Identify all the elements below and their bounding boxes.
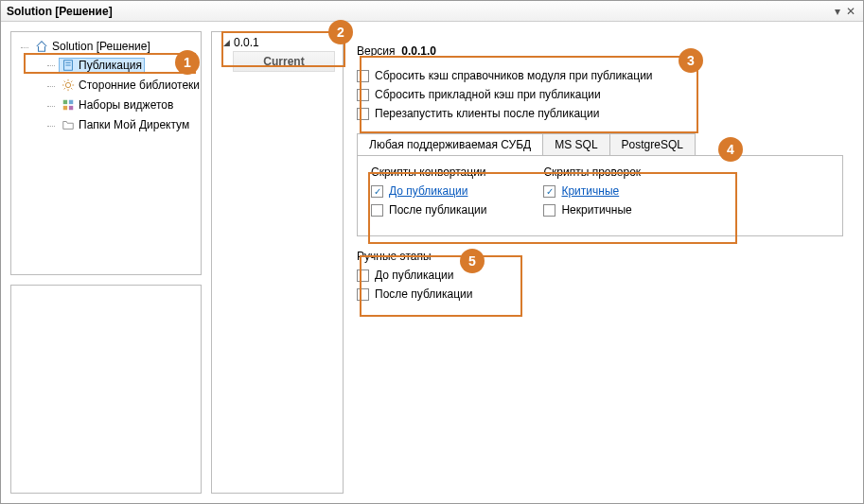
manual-title: Ручные этапы [357,250,846,263]
solution-tree[interactable]: Solution [Решение] Публикация [15,38,197,138]
tree-item-label: Сторонние библиотеки [79,78,200,92]
page-icon [62,59,75,72]
checkbox-row[interactable]: После публикации [371,203,486,217]
version-current-label: Current [263,55,304,68]
db-tabs: Любая поддерживаемая СУБД MS SQL Postgre… [357,133,846,155]
tab-any-db[interactable]: Любая поддерживаемая СУБД [357,133,543,155]
widgets-icon [62,98,75,112]
checkbox[interactable] [357,70,369,82]
version-label: Версия [357,44,396,58]
details-panel: Версия 0.0.1.0 Сбросить кэш справочников… [353,31,854,494]
check-scripts-col: Скрипты проверок Критичные Некритичные [543,165,641,222]
tree-item-publication[interactable]: Публикация [45,56,197,77]
home-icon [35,40,48,53]
checks-title: Скрипты проверок [543,165,641,179]
checkbox[interactable] [371,185,383,198]
convert-title: Скрипты конвертации [371,165,486,179]
checkbox-row[interactable]: Сбросить кэш справочников модуля при пуб… [357,69,846,82]
checkbox[interactable] [357,108,369,120]
checkbox-row[interactable]: Критичные [543,184,641,198]
caret-down-icon: ◢ [223,38,230,47]
checkbox[interactable] [543,204,555,217]
checkbox[interactable] [357,288,369,301]
callout-2: 2 [328,20,353,44]
checkbox-label: После публикации [375,287,472,301]
checkbox-label: После публикации [389,203,486,217]
tab-postgresql[interactable]: PostgreSQL [609,133,696,155]
callout-1: 1 [175,50,200,75]
svg-rect-7 [69,106,73,110]
version-title: Версия 0.0.1.0 [357,44,846,58]
tree-item-label: Папки Мой Директум [79,118,189,131]
checkbox-label: Перезапустить клиенты после публикации [375,107,599,120]
window-title: Solution [Решение] [7,5,113,18]
tree-panel: Solution [Решение] Публикация [10,31,202,275]
checkbox-label: До публикации [375,269,453,282]
script-link[interactable]: Критичные [561,184,619,198]
svg-point-3 [65,82,70,87]
tree-root[interactable]: Solution [Решение] Публикация [19,38,197,138]
tree-item-libraries[interactable]: Сторонние библиотеки [45,77,197,96]
checkbox[interactable] [357,269,369,282]
checkbox-row[interactable]: Сбросить прикладной кэш при публикации [357,88,846,101]
convert-scripts-col: Скрипты конвертации До публикации После … [371,165,486,222]
checkbox[interactable] [371,204,383,217]
tree-item-label: Публикация [79,59,142,72]
version-root[interactable]: ◢ 0.0.1 [214,36,341,49]
version-current[interactable]: Current [233,51,335,72]
svg-rect-6 [63,106,67,110]
checkbox-row[interactable]: До публикации [371,184,486,198]
empty-panel [10,285,202,494]
tree-item-folders[interactable]: Папки Мой Директум [45,116,197,136]
callout-3: 3 [679,48,703,73]
titlebar: Solution [Решение] ▾ ✕ [1,1,863,22]
checkbox-label: Сбросить кэш справочников модуля при пуб… [375,69,653,82]
checkbox-row[interactable]: После публикации [357,287,846,301]
tree-root-label: Solution [Решение] [52,40,150,53]
checkbox-row[interactable]: Некритичные [543,203,641,217]
svg-rect-5 [69,100,73,104]
window-close-icon[interactable]: ✕ [844,5,857,18]
svg-rect-4 [63,100,67,104]
callout-5: 5 [460,249,485,273]
tab-label: PostgreSQL [622,138,683,151]
folder-icon [62,118,75,131]
tab-mssql[interactable]: MS SQL [542,133,609,155]
checkbox-label: Некритичные [561,203,631,217]
tab-body: Скрипты конвертации До публикации После … [357,155,843,236]
checkbox[interactable] [543,185,555,198]
version-list-panel: ◢ 0.0.1 Current [211,31,344,494]
window-dropdown-icon[interactable]: ▾ [831,5,844,18]
callout-4: 4 [718,137,743,162]
version-root-label: 0.0.1 [234,36,259,49]
script-link[interactable]: До публикации [389,184,467,198]
checkbox-label: Сбросить прикладной кэш при публикации [375,88,601,101]
gear-icon [62,78,75,92]
checkbox-row[interactable]: До публикации [357,269,846,282]
tree-item-widgets[interactable]: Наборы виджетов [45,96,197,116]
version-value: 0.0.1.0 [401,44,436,58]
tree-item-label: Наборы виджетов [79,98,173,112]
checkbox-row[interactable]: Перезапустить клиенты после публикации [357,107,846,120]
checkbox[interactable] [357,89,369,101]
tab-label: MS SQL [555,138,597,151]
tab-label: Любая поддерживаемая СУБД [369,138,531,151]
